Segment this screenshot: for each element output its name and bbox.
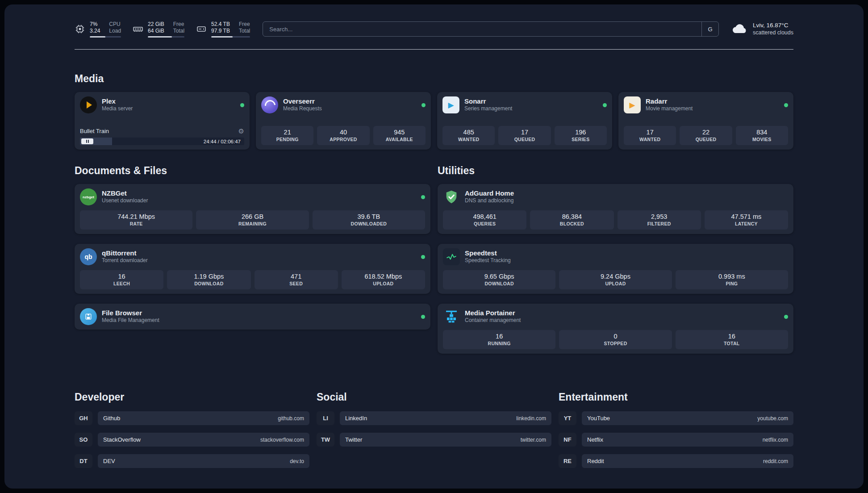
- cloud-icon: [731, 21, 748, 37]
- bookmark-row-stackoverflow: SO StackOverflow stackoverflow.com: [75, 433, 309, 447]
- cpu-load-label: Load: [109, 28, 121, 34]
- bookmark-link-stackoverflow[interactable]: StackOverflow stackoverflow.com: [98, 433, 309, 447]
- linkedin-abbr-icon: LI: [317, 411, 334, 425]
- disk-free-label: Free: [239, 21, 250, 28]
- stat-remaining: 266 GBREMAINING: [196, 210, 309, 230]
- reddit-abbr-icon: RE: [559, 454, 576, 468]
- cpu-usage-value: 7%: [90, 21, 100, 28]
- stat-queries: 498,461QUERIES: [443, 210, 526, 230]
- bookmark-link-dev[interactable]: DEV dev.to: [98, 454, 309, 468]
- stat-wanted: 17WANTED: [624, 126, 676, 145]
- pause-button[interactable]: [81, 138, 93, 144]
- app-subtitle: Media Requests: [283, 105, 322, 113]
- search-bar: G: [263, 21, 719, 37]
- bookmark-name: Reddit: [587, 458, 604, 464]
- adguard-icon: [443, 188, 460, 205]
- bookmark-group-developer: Developer GH Github github.com SO StackO…: [75, 391, 309, 476]
- search-engine-button[interactable]: G: [701, 22, 718, 36]
- section-title-entertainment: Entertainment: [559, 391, 793, 403]
- stat-pending: 21PENDING: [261, 126, 313, 145]
- memory-metric: 22 GiB 64 GiB Free Total: [133, 21, 184, 38]
- radarr-icon: ▶: [624, 96, 641, 113]
- app-card-speedtest[interactable]: Speedtest Speedtest Tracking 9.65 GbpsDO…: [438, 244, 793, 294]
- app-subtitle: Series management: [464, 105, 512, 113]
- bookmark-name: Twitter: [345, 436, 362, 443]
- weather-widget: Lviv, 16.87°C scattered clouds: [731, 21, 793, 37]
- stat-seed: 471SEED: [255, 270, 338, 289]
- app-subtitle: Speedtest Tracking: [465, 257, 511, 264]
- app-title: File Browser: [102, 309, 159, 317]
- status-dot: [421, 255, 425, 259]
- app-title: NZBGet: [102, 189, 148, 197]
- section-title-media: Media: [75, 73, 793, 85]
- status-dot: [784, 315, 788, 319]
- stat-queued: 17QUEUED: [498, 126, 551, 145]
- github-abbr-icon: GH: [75, 411, 92, 425]
- memory-free-label: Free: [173, 21, 184, 28]
- bookmark-row-youtube: YT YouTube youtube.com: [559, 411, 793, 425]
- status-dot: [240, 103, 244, 107]
- app-title: AdGuard Home: [465, 189, 514, 197]
- bookmark-url: netflix.com: [763, 437, 788, 443]
- app-card-plex[interactable]: Plex Media server Bullet Train ⚙ 24:44 /…: [75, 92, 250, 150]
- bookmark-link-linkedin[interactable]: LinkedIn linkedin.com: [340, 411, 551, 425]
- memory-icon: [133, 24, 143, 34]
- app-subtitle: DNS and adblocking: [465, 197, 514, 205]
- app-card-overseerr[interactable]: Overseerr Media Requests 21PENDING 40APP…: [256, 92, 431, 150]
- system-metrics: 7% 3.24 CPU Load: [75, 21, 250, 38]
- stat-leech: 16LEECH: [80, 270, 163, 289]
- app-title: qBittorrent: [102, 249, 148, 257]
- stat-downloaded: 39.6 TBDOWNLOADED: [313, 210, 425, 230]
- bookmark-link-github[interactable]: Github github.com: [98, 411, 309, 425]
- now-playing-title: Bullet Train: [80, 128, 109, 134]
- bookmark-link-reddit[interactable]: Reddit reddit.com: [582, 454, 793, 468]
- bookmark-group-social: Social LI LinkedIn linkedin.com TW Twitt…: [317, 391, 551, 476]
- app-card-radarr[interactable]: ▶ Radarr Movie management 17WANTED 22QUE…: [618, 92, 793, 150]
- plex-now-playing: Bullet Train ⚙ 24:44 / 02:06:47: [80, 127, 244, 145]
- stat-upload: 9.24 GbpsUPLOAD: [559, 270, 672, 289]
- dashboard: 7% 3.24 CPU Load: [4, 4, 864, 489]
- documents-column: Documents & Files nzbget NZBGet Usenet d…: [75, 150, 430, 363]
- app-subtitle: Movie management: [646, 105, 693, 113]
- bookmark-link-netflix[interactable]: Netflix netflix.com: [582, 433, 793, 447]
- status-dot: [421, 103, 426, 107]
- bookmark-group-entertainment: Entertainment YT YouTube youtube.com NF …: [559, 391, 793, 476]
- bookmark-row-linkedin: LI LinkedIn linkedin.com: [317, 411, 551, 425]
- bookmark-name: Github: [103, 415, 120, 422]
- stat-approved: 40APPROVED: [317, 126, 369, 145]
- stackoverflow-abbr-icon: SO: [75, 433, 92, 447]
- bookmark-url: youtube.com: [757, 415, 788, 422]
- playback-progress-bar[interactable]: 24:44 / 02:06:47: [80, 138, 244, 145]
- app-card-qbittorrent[interactable]: qb qBittorrent Torrent downloader 16LEEC…: [75, 244, 430, 294]
- app-title: Sonarr: [464, 97, 512, 105]
- bookmark-url: dev.to: [290, 458, 304, 464]
- youtube-abbr-icon: YT: [559, 411, 576, 425]
- app-card-filebrowser[interactable]: File Browser Media File Management: [75, 304, 430, 330]
- overseerr-icon: [261, 96, 278, 113]
- stat-blocked: 86,384BLOCKED: [530, 210, 613, 230]
- app-card-adguard[interactable]: AdGuard Home DNS and adblocking 498,461Q…: [438, 184, 793, 234]
- stat-latency: 47.571 msLATENCY: [705, 210, 788, 230]
- gear-icon[interactable]: ⚙: [238, 128, 244, 134]
- status-dot: [603, 103, 607, 107]
- weather-condition: scattered clouds: [753, 29, 793, 37]
- app-card-nzbget[interactable]: nzbget NZBGet Usenet downloader 744.21 M…: [75, 184, 430, 234]
- section-title-developer: Developer: [75, 391, 309, 403]
- netflix-abbr-icon: NF: [559, 433, 576, 447]
- app-subtitle: Media server: [102, 105, 133, 113]
- stat-total: 16TOTAL: [676, 330, 788, 349]
- app-subtitle: Container management: [465, 317, 521, 324]
- bookmark-row-dev: DT DEV dev.to: [75, 454, 309, 468]
- bookmark-link-youtube[interactable]: YouTube youtube.com: [582, 411, 793, 425]
- search-input[interactable]: [263, 22, 701, 36]
- nzbget-icon: nzbget: [80, 188, 97, 205]
- app-card-portainer[interactable]: Media Portainer Container management 16R…: [438, 304, 793, 354]
- stat-queued: 22QUEUED: [680, 126, 732, 145]
- bookmark-link-twitter[interactable]: Twitter twitter.com: [340, 433, 551, 447]
- section-title-utilities: Utilities: [438, 165, 793, 177]
- disk-free-value: 52.4 TB: [211, 21, 230, 28]
- bookmarks: Developer GH Github github.com SO StackO…: [75, 391, 793, 476]
- status-dot: [421, 195, 425, 199]
- status-dot: [784, 103, 788, 107]
- app-card-sonarr[interactable]: ▶ Sonarr Series management 485WANTED 17Q…: [437, 92, 612, 150]
